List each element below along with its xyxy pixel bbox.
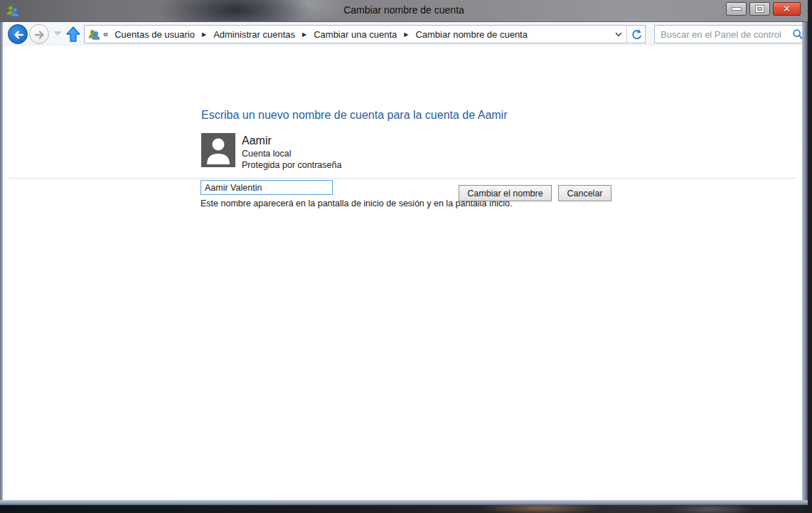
section-divider bbox=[9, 178, 796, 179]
search-box bbox=[654, 25, 808, 43]
breadcrumb-separator-icon[interactable]: ▶ bbox=[401, 31, 411, 38]
breadcrumb-overflow-icon[interactable]: « bbox=[103, 28, 110, 41]
breadcrumb-item-administrar-cuentas[interactable]: Administrar cuentas bbox=[209, 27, 299, 42]
window-frame-right[interactable] bbox=[802, 22, 808, 500]
account-name: Aamir bbox=[242, 135, 341, 147]
up-button[interactable] bbox=[65, 26, 81, 46]
forward-arrow-icon bbox=[33, 28, 47, 42]
new-account-name-input[interactable] bbox=[201, 180, 333, 195]
maximize-icon bbox=[756, 6, 764, 12]
breadcrumb-item-cambiar-nombre-de-cuenta[interactable]: Cambiar nombre de cuenta bbox=[411, 27, 532, 42]
breadcrumb: « Cuentas de usuario ▶ Administrar cuent… bbox=[103, 27, 611, 42]
account-protection: Protegida por contraseña bbox=[242, 161, 341, 170]
account-type: Cuenta local bbox=[242, 149, 341, 159]
close-button[interactable]: ✕ bbox=[773, 2, 801, 16]
address-dropdown-button[interactable] bbox=[611, 26, 626, 43]
breadcrumb-location-icon bbox=[88, 29, 100, 40]
minimize-icon bbox=[732, 8, 741, 10]
minimize-button[interactable] bbox=[726, 2, 747, 16]
change-name-button[interactable]: Cambiar el nombre bbox=[459, 185, 552, 201]
chevron-down-icon bbox=[615, 32, 622, 37]
back-arrow-icon bbox=[11, 28, 26, 42]
close-icon: ✕ bbox=[783, 4, 791, 14]
refresh-button[interactable] bbox=[626, 26, 645, 43]
account-avatar bbox=[201, 133, 235, 167]
navigation-toolbar: « Cuentas de usuario ▶ Administrar cuent… bbox=[3, 22, 802, 46]
refresh-icon bbox=[631, 28, 642, 40]
page-title: Escriba un nuevo nombre de cuenta para l… bbox=[201, 109, 508, 122]
main-content: Escriba un nuevo nombre de cuenta para l… bbox=[3, 46, 802, 500]
maximize-button[interactable] bbox=[749, 2, 770, 16]
breadcrumb-item-cambiar-una-cuenta[interactable]: Cambiar una cuenta bbox=[309, 27, 401, 42]
recent-pages-chevron-icon[interactable] bbox=[53, 31, 62, 36]
person-silhouette-icon bbox=[201, 133, 235, 167]
title-bar[interactable]: Cambiar nombre de cuenta ✕ bbox=[0, 0, 808, 22]
back-button[interactable] bbox=[8, 24, 28, 44]
window-frame-bottom[interactable] bbox=[0, 500, 808, 505]
window-title: Cambiar nombre de cuenta bbox=[0, 4, 808, 16]
cancel-button[interactable]: Cancelar bbox=[558, 185, 611, 201]
address-bar[interactable]: « Cuentas de usuario ▶ Administrar cuent… bbox=[84, 25, 646, 43]
breadcrumb-separator-icon[interactable]: ▶ bbox=[299, 31, 309, 38]
forward-button[interactable] bbox=[29, 24, 49, 44]
breadcrumb-item-cuentas-de-usuario[interactable]: Cuentas de usuario bbox=[110, 27, 199, 42]
window-controls: ✕ bbox=[723, 2, 801, 16]
search-input[interactable] bbox=[655, 29, 789, 40]
window-frame-left bbox=[0, 22, 3, 500]
breadcrumb-separator-icon[interactable]: ▶ bbox=[199, 31, 209, 38]
account-info: Aamir Cuenta local Protegida por contras… bbox=[242, 135, 341, 169]
control-panel-window: Cambiar nombre de cuenta ✕ bbox=[0, 0, 808, 505]
